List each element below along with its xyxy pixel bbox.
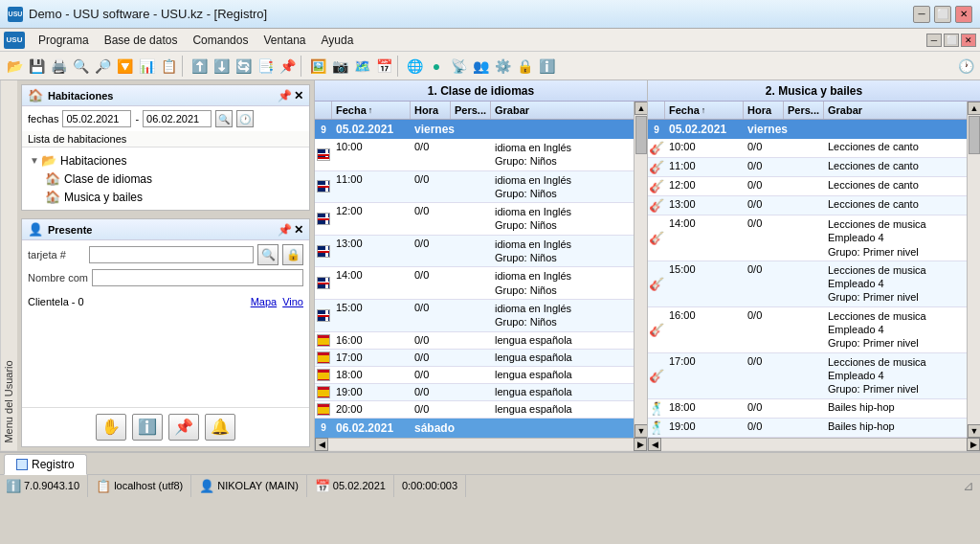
tb-globe[interactable]: 🌐 <box>404 56 425 77</box>
menu-minimize[interactable]: ─ <box>926 34 942 47</box>
vino-link[interactable]: Vino <box>282 296 303 307</box>
p2-scroll-thumb[interactable] <box>969 116 980 154</box>
p1-row-2000[interactable]: 20:00 0/0 lengua española <box>315 401 634 419</box>
p1-hscroll-right[interactable]: ▶ <box>634 438 647 451</box>
bell-btn[interactable]: 🔔 <box>205 414 235 441</box>
pin-presente-icon[interactable]: 📌 <box>278 223 292 237</box>
menu-close[interactable]: ✕ <box>961 34 976 47</box>
restore-button[interactable]: ⬜ <box>934 6 951 23</box>
info-btn[interactable]: ℹ️ <box>132 414 163 441</box>
p2-row-1500[interactable]: 🎸 15:00 0/0 Lecciones de musicaEmpleado … <box>648 261 967 307</box>
tb-img[interactable]: 🖼️ <box>307 56 328 77</box>
tb-print[interactable]: 🖨️ <box>48 56 69 77</box>
p2-row-1100[interactable]: 🎸 11:00 0/0 Lecciones de canto <box>648 158 967 177</box>
p2-scroll-up[interactable]: ▲ <box>968 102 980 115</box>
p2-row-1900[interactable]: 🕺 19:00 0/0 Bailes hip-hop <box>648 419 967 438</box>
mapa-link[interactable]: Mapa <box>251 296 278 307</box>
tb-refresh[interactable]: 🔄 <box>233 56 254 77</box>
tb-lock[interactable]: 🔒 <box>514 56 535 77</box>
tb-users[interactable]: 👥 <box>470 56 491 77</box>
p2-scroll-track[interactable] <box>968 115 980 424</box>
p2-row-1300[interactable]: 🎸 13:00 0/0 Lecciones de canto <box>648 196 967 215</box>
tb-settings[interactable]: ⚙️ <box>492 56 513 77</box>
panel2-grid[interactable]: Fecha ↑ Hora Pers... Grabar 9 05.02.2021… <box>648 102 967 438</box>
tree-musica-bailes[interactable]: 🏠 Musica y bailes <box>22 188 309 206</box>
p2-hscroll-right[interactable]: ▶ <box>967 438 980 451</box>
p1-row-1500[interactable]: 15:00 0/0 idioma en InglésGrupo: Niños <box>315 300 634 332</box>
tb-open[interactable]: 📂 <box>4 56 25 77</box>
date-search-btn[interactable]: 🔍 <box>215 110 233 127</box>
side-tab[interactable]: Menu del Usuario <box>0 80 17 451</box>
tarjeta-search-btn[interactable]: 🔍 <box>257 244 278 265</box>
p1-row-1300[interactable]: 13:00 0/0 idioma en InglésGrupo: Niños <box>315 236 634 268</box>
p2-row-1000[interactable]: 🎸 10:00 0/0 Lecciones de canto <box>648 139 967 158</box>
p2-hdr-hora[interactable]: Hora <box>744 102 784 119</box>
p2-hdr-fecha[interactable]: Fecha ↑ <box>665 102 744 119</box>
panel1-grid[interactable]: Fecha ↑ Hora Pers... Grabar 9 05.02.2021… <box>315 102 634 438</box>
close-presente-icon[interactable]: ✕ <box>294 223 303 237</box>
tb-save[interactable]: 💾 <box>26 56 47 77</box>
close-panel-icon[interactable]: ✕ <box>294 89 303 102</box>
menu-comandos[interactable]: Comandos <box>185 32 256 49</box>
p2-row-1700[interactable]: 🎸 17:00 0/0 Lecciones de musicaEmpleado … <box>648 353 967 399</box>
p1-hdr-pers[interactable]: Pers... <box>451 102 491 119</box>
p1-scroll-down[interactable]: ▼ <box>635 424 647 438</box>
p1-row-1600[interactable]: 16:00 0/0 lengua española <box>315 332 634 350</box>
tb-info[interactable]: ℹ️ <box>536 56 557 77</box>
p2-hdr-grabar[interactable]: Grabar <box>824 102 967 119</box>
tb-cal[interactable]: 📅 <box>373 56 394 77</box>
tb-clipboard[interactable]: 📋 <box>158 56 179 77</box>
p2-row-1400[interactable]: 🎸 14:00 0/0 Lecciones de musicaEmpleado … <box>648 215 967 261</box>
tb-zoom[interactable]: 🔎 <box>92 56 113 77</box>
pin-icon[interactable]: 📌 <box>278 89 292 102</box>
tb-filter[interactable]: 🔽 <box>114 56 135 77</box>
p1-hdr-fecha[interactable]: Fecha ↑ <box>332 102 411 119</box>
tb-find[interactable]: 🔍 <box>70 56 91 77</box>
p1-row-1800[interactable]: 18:00 0/0 lengua española <box>315 367 634 384</box>
p1-row-1100[interactable]: 11:00 0/0 idioma en InglésGrupo: Niños <box>315 171 634 204</box>
menu-base-datos[interactable]: Base de datos <box>97 32 186 49</box>
tb-circle[interactable]: ● <box>426 56 447 77</box>
menu-ventana[interactable]: Ventana <box>256 32 313 49</box>
p1-scroll-up[interactable]: ▲ <box>635 102 647 115</box>
menu-restore[interactable]: ⬜ <box>944 34 959 47</box>
p1-row-1400[interactable]: 14:00 0/0 idioma en InglésGrupo: Niños <box>315 267 634 300</box>
tb-down[interactable]: ⬇️ <box>211 56 232 77</box>
tarjeta-input[interactable] <box>89 246 254 263</box>
date-refresh-btn[interactable]: 🕐 <box>236 110 254 127</box>
p1-row-1900[interactable]: 19:00 0/0 lengua española <box>315 384 634 401</box>
hand-btn[interactable]: ✋ <box>96 414 126 441</box>
p2-hscroll-left[interactable]: ◀ <box>648 438 661 451</box>
p1-hscroll-left[interactable]: ◀ <box>315 438 328 451</box>
close-button[interactable]: ✕ <box>955 6 972 23</box>
tb-chart[interactable]: 📊 <box>136 56 157 77</box>
p1-hdr-grabar[interactable]: Grabar <box>491 102 634 119</box>
p1-scroll-track[interactable] <box>635 115 647 424</box>
p1-row-1000[interactable]: 10:00 0/0 idioma en InglésGrupo: Niños <box>315 139 634 171</box>
p2-row-1200[interactable]: 🎸 12:00 0/0 Lecciones de canto <box>648 177 967 196</box>
tb-up[interactable]: ⬆️ <box>189 56 210 77</box>
p1-row-1200[interactable]: 12:00 0/0 idioma en InglésGrupo: Niños <box>315 203 634 236</box>
p2-scroll-down[interactable]: ▼ <box>968 424 980 438</box>
tb-map[interactable]: 🗺️ <box>351 56 372 77</box>
p2-row-1600[interactable]: 🎸 16:00 0/0 Lecciones de musicaEmpleado … <box>648 307 967 353</box>
date-to-input[interactable] <box>143 110 212 127</box>
p2-row-1800[interactable]: 🕺 18:00 0/0 Bailes hip-hop <box>648 399 967 419</box>
tb-extra[interactable]: 🕐 <box>955 56 976 77</box>
p1-hscroll-track[interactable] <box>328 439 634 450</box>
p1-hdr-hora[interactable]: Hora <box>411 102 451 119</box>
tab-registro[interactable]: Registro <box>4 454 87 475</box>
tree-clase-idiomas[interactable]: 🏠 Clase de idiomas <box>22 170 309 188</box>
menu-ayuda[interactable]: Ayuda <box>314 32 362 49</box>
p2-hscroll-track[interactable] <box>661 439 967 450</box>
p1-scroll-thumb[interactable] <box>635 116 647 154</box>
tb-signal[interactable]: 📡 <box>448 56 469 77</box>
date-from-input[interactable] <box>62 110 131 127</box>
p2-hdr-pers[interactable]: Pers... <box>784 102 824 119</box>
tb-doc[interactable]: 📑 <box>255 56 276 77</box>
tree-habitaciones[interactable]: ▼ 📂 Habitaciones <box>22 151 309 170</box>
p1-row-1700[interactable]: 17:00 0/0 lengua española <box>315 350 634 367</box>
tb-cam[interactable]: 📷 <box>329 56 350 77</box>
tb-pin[interactable]: 📌 <box>277 56 298 77</box>
nombre-input[interactable] <box>92 269 303 286</box>
